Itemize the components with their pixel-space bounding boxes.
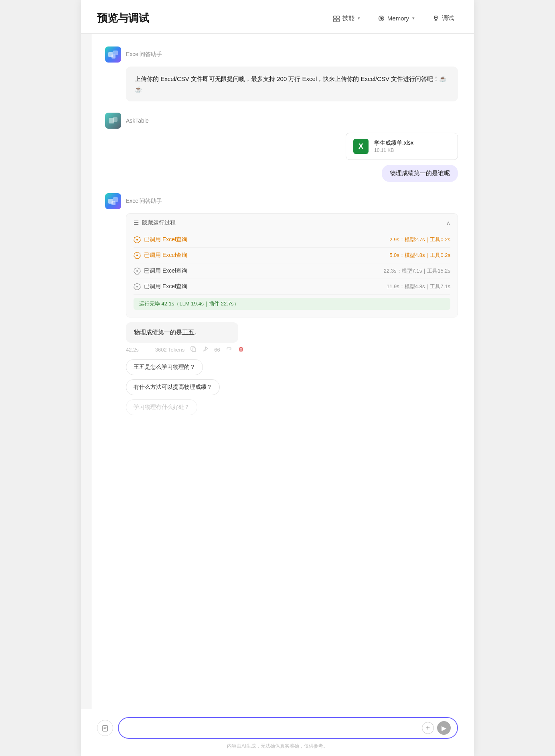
file-name: 学生成绩单.xlsx <box>374 139 413 147</box>
debug-icon <box>432 15 440 22</box>
refresh-icon <box>226 346 232 352</box>
process-panel: ☰ 隐藏运行过程 ∧ <box>126 213 458 317</box>
suggestion-chip-3-text: 学习物理有什么好处？ <box>134 404 190 411</box>
process-row-4-left: 已调用 Excel查询 <box>134 283 187 290</box>
process-row-4-icon <box>134 283 141 290</box>
process-row-3-label: 已调用 Excel查询 <box>144 267 187 275</box>
bot-bubble-1: 上传你的 Excel/CSV 文件即可无限提问噢，最多支持 200 万行 Exc… <box>126 67 458 101</box>
suggestion-chip-3[interactable]: 学习物理有什么好处？ <box>126 399 197 415</box>
user-message-area: X 学生成绩单.xlsx 10.11 KB 物理成绩第一的是谁呢 <box>105 133 458 182</box>
file-info: 学生成绩单.xlsx 10.11 KB <box>374 139 413 153</box>
svg-rect-10 <box>113 117 117 122</box>
skills-chevron: ▾ <box>358 16 360 21</box>
process-row-3-timing: 22.3s：模型7.1s｜工具15.2s <box>384 267 450 275</box>
input-row: + ▶ <box>97 717 458 739</box>
memory-label: Memory <box>387 15 409 22</box>
svg-rect-2 <box>334 19 336 21</box>
bot-message-1: Excel问答助手 上传你的 Excel/CSV 文件即可无限提问噢，最多支持 … <box>105 46 458 101</box>
input-add-button[interactable]: + <box>422 722 434 734</box>
skills-label: 技能 <box>342 14 354 22</box>
bot-avatar-icon-1 <box>107 49 119 60</box>
page-container: 预览与调试 技能 ▾ <box>0 0 555 756</box>
suggestion-chip-2-text: 有什么方法可以提高物理成绩？ <box>134 384 212 391</box>
user-avatar <box>105 113 121 129</box>
main-panel: 预览与调试 技能 ▾ <box>81 0 474 756</box>
process-panel-header[interactable]: ☰ 隐藏运行过程 ∧ <box>126 214 458 232</box>
svg-point-5 <box>381 18 382 19</box>
user-avatar-icon <box>108 115 118 126</box>
send-icon: ▶ <box>442 724 446 732</box>
answer-bubble: 物理成绩第一的是王五。 <box>126 322 238 343</box>
user-question-bubble: 物理成绩第一的是谁呢 <box>382 165 458 182</box>
process-row-2-timing: 5.0s：模型4.8s｜工具0.2s <box>389 252 450 259</box>
suggestion-chip-2[interactable]: 有什么方法可以提高物理成绩？ <box>126 379 220 395</box>
refresh-button[interactable] <box>226 346 232 354</box>
process-row-1-label: 已调用 Excel查询 <box>144 236 187 243</box>
svg-point-15 <box>136 239 138 241</box>
bot-sender-name-1: Excel问答助手 <box>126 51 162 58</box>
input-inner: + ▶ <box>118 717 458 739</box>
pin-icon <box>202 346 209 352</box>
message-header-1: Excel问答助手 <box>105 46 458 63</box>
meta-count: 66 <box>214 347 220 353</box>
svg-rect-22 <box>192 348 196 352</box>
content-area: Excel问答助手 上传你的 Excel/CSV 文件即可无限提问噢，最多支持 … <box>81 34 474 709</box>
bot-avatar-2 <box>105 193 121 209</box>
process-row-3: 已调用 Excel查询 22.3s：模型7.1s｜工具15.2s <box>134 263 450 279</box>
process-row-3-icon <box>134 267 141 275</box>
process-row-2-icon <box>134 252 141 259</box>
process-list-icon: ☰ <box>134 219 139 226</box>
process-row-2-left: 已调用 Excel查询 <box>134 252 187 259</box>
svg-rect-3 <box>337 19 339 21</box>
process-rows: 已调用 Excel查询 2.9s：模型2.7s｜工具0.2s <box>126 232 458 317</box>
add-icon: + <box>426 724 430 732</box>
meta-row: 42.2s ｜ 3602 Tokens <box>126 346 458 354</box>
completion-text: 运行完毕 42.1s（LLM 19.4s｜插件 22.7s） <box>139 300 239 307</box>
attachment-icon <box>101 724 109 732</box>
skills-button[interactable]: 技能 ▾ <box>329 12 364 24</box>
bot-avatar-icon-2 <box>107 196 119 207</box>
process-chevron: ∧ <box>446 220 450 226</box>
memory-chevron: ▾ <box>412 16 415 21</box>
input-area: + ▶ 内容由AI生成，无法确保真实准确，仅供参考。 <box>81 709 474 756</box>
memory-button[interactable]: Memory ▾ <box>374 12 419 24</box>
memory-icon <box>378 15 385 22</box>
delete-button[interactable] <box>238 346 244 354</box>
copy-icon <box>190 346 196 352</box>
svg-point-19 <box>136 270 138 272</box>
chat-input[interactable] <box>128 725 419 732</box>
user-message: AskTable X 学生成绩单.xlsx 10.11 KB 物理成绩第 <box>105 113 458 182</box>
process-row-3-left: 已调用 Excel查询 <box>134 267 187 275</box>
meta-tokens: 3602 Tokens <box>155 347 185 353</box>
pin-button[interactable] <box>202 346 209 354</box>
svg-point-17 <box>136 255 138 256</box>
process-row-1: 已调用 Excel查询 2.9s：模型2.7s｜工具0.2s <box>134 232 450 248</box>
delete-icon <box>238 346 244 352</box>
input-send-button[interactable]: ▶ <box>437 721 451 735</box>
svg-rect-1 <box>337 16 339 18</box>
copy-button[interactable] <box>190 346 196 354</box>
process-row-1-icon <box>134 236 141 243</box>
message-header-2: Excel问答助手 <box>105 193 458 209</box>
file-icon: X <box>353 139 369 154</box>
header-actions: 技能 ▾ Memory ▾ <box>329 12 458 24</box>
process-title: 隐藏运行过程 <box>142 219 176 226</box>
user-sender-name: AskTable <box>126 117 149 124</box>
disclaimer-text: 内容由AI生成，无法确保真实准确，仅供参考。 <box>97 743 458 750</box>
process-row-2-label: 已调用 Excel查询 <box>144 252 187 259</box>
left-strip <box>81 34 92 709</box>
process-row-1-timing: 2.9s：模型2.7s｜工具0.2s <box>389 236 450 243</box>
suggestion-chip-1[interactable]: 王五是怎么学习物理的？ <box>126 359 203 375</box>
suggestions: 王五是怎么学习物理的？ 有什么方法可以提高物理成绩？ 学习物理有什么好处？ <box>126 359 458 415</box>
debug-button[interactable]: 调试 <box>428 12 458 24</box>
process-row-2: 已调用 Excel查询 5.0s：模型4.8s｜工具0.2s <box>134 248 450 263</box>
page-title: 预览与调试 <box>97 11 149 25</box>
process-row-4-timing: 11.9s：模型4.8s｜工具7.1s <box>387 283 450 290</box>
chat-area: Excel问答助手 上传你的 Excel/CSV 文件即可无限提问噢，最多支持 … <box>92 34 474 709</box>
attachment-button[interactable] <box>97 720 113 736</box>
svg-rect-8 <box>111 55 115 59</box>
completion-badge: 运行完毕 42.1s（LLM 19.4s｜插件 22.7s） <box>134 298 450 310</box>
suggestion-chip-1-text: 王五是怎么学习物理的？ <box>134 364 195 371</box>
svg-point-21 <box>136 286 138 287</box>
process-header-left: ☰ 隐藏运行过程 <box>134 219 176 226</box>
